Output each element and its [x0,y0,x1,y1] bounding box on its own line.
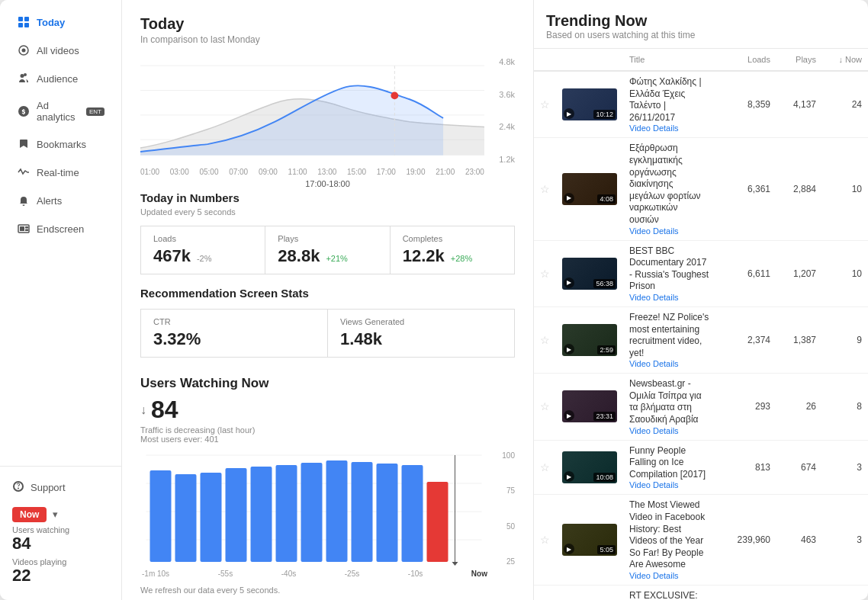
star-cell[interactable]: ☆ [534,495,556,586]
ent-badge: ENT [86,107,104,116]
thumbnail[interactable]: 2:59 ▶ [562,324,617,356]
star-cell[interactable]: ☆ [534,240,556,306]
loads-value: 467k [153,246,191,266]
bar-chart-x-labels: -1m 10s -55s -40s -25s -10s Now [140,570,515,578]
sidebar-label-today: Today [37,17,65,28]
main-content: Today In comparison to last Monday 4.8k … [122,0,868,600]
trending-table-header: Title Loads Plays ↓ Now [534,49,868,71]
now-dropdown-arrow[interactable]: ▾ [53,509,58,520]
rec-views: Views Generated 1.48k [328,309,515,358]
title-cell: Φώτης Χαλκίδης | Ελλάδα Έχεις Ταλέντο | … [623,71,715,138]
video-duration: 4:08 [597,194,616,204]
chart-y-labels: 4.8k 3.6k 2.4k 1.2k [487,57,515,164]
metric-loads: Loads 467k -2% [140,226,265,274]
dollar-icon [17,104,31,118]
thumbnail[interactable]: 10:12 ▶ [562,88,617,120]
table-row: ☆ 8:54 ▶ RT EXCLUSIVE: Inside 'Black Dol… [534,586,868,601]
plays-cell: 26 [776,374,822,440]
now-badge[interactable]: Now [12,507,47,522]
svg-point-5 [22,49,26,53]
trending-title: Trending Now [546,12,856,30]
video-duration: 10:08 [593,473,616,482]
svg-rect-9 [25,229,28,232]
refresh-note: We refresh our data every 5 seconds. [140,586,515,595]
video-details-link[interactable]: Video Details [629,226,709,236]
play-icon[interactable]: ▶ [564,471,574,482]
loads-cell: 293 [715,374,776,440]
trending-table: Title Loads Plays ↓ Now ☆ 10:12 ▶ Φώτης … [534,49,868,600]
star-cell[interactable]: ☆ [534,440,556,495]
play-icon[interactable]: ▶ [564,278,574,288]
thumb-cell: 10:08 ▶ [556,440,623,495]
sidebar-item-audience[interactable]: Audience [5,65,117,92]
svg-rect-29 [377,464,398,562]
sidebar-item-alerts[interactable]: Alerts [5,187,117,214]
sidebar-label-alerts: Alerts [37,195,62,207]
col-plays: Plays [776,49,822,71]
star-cell[interactable]: ☆ [534,71,556,138]
people-icon [17,72,31,85]
video-title: Εξάρθρωση εγκληματικής οργάνωσης διακίνη… [629,143,709,226]
loads-cell: 813 [715,440,776,495]
thumbnail[interactable]: 5:05 ▶ [562,524,617,556]
now-row: Now ▾ [12,507,109,522]
svg-point-15 [391,91,398,99]
views-label: Views Generated [340,317,502,326]
thumbnail[interactable]: 23:31 ▶ [562,390,617,422]
svg-rect-28 [352,462,373,562]
sidebar-item-support[interactable]: Support [12,474,109,501]
thumb-cell: 8:54 ▶ [556,586,623,601]
video-title: BEST BBC Documentary 2017 - Russia's Tou… [629,245,709,293]
activity-icon [17,165,31,179]
svg-rect-31 [427,482,448,562]
now-cell: 8 [822,374,868,440]
video-details-link[interactable]: Video Details [629,124,709,133]
play-icon[interactable]: ▶ [564,193,574,204]
rec-ctr: CTR 3.32% [140,309,328,358]
thumbnail[interactable]: 10:08 ▶ [562,451,617,483]
star-cell[interactable]: ☆ [534,138,556,240]
video-details-link[interactable]: Video Details [629,571,709,580]
video-details-link[interactable]: Video Details [629,426,709,435]
play-icon[interactable]: ▶ [564,344,574,355]
sidebar-item-today[interactable]: Today [5,8,117,36]
plays-cell: 4,137 [776,71,822,138]
line-chart: 4.8k 3.6k 2.4k 1.2k [140,57,515,179]
sidebar-item-real-time[interactable]: Real-time [5,159,117,186]
sidebar-item-all-videos[interactable]: All videos [5,37,117,64]
completes-label: Completes [403,234,502,243]
support-label: Support [31,482,66,493]
numbers-row: Loads 467k -2% Plays 28.8k +21% [140,226,515,274]
svg-rect-27 [326,460,348,562]
users-watching-section: Users Watching Now ↓ 84 Traffic is decre… [140,376,515,595]
sidebar-item-bookmarks[interactable]: Bookmarks [5,130,117,158]
videos-count: 22 [12,566,109,585]
thumb-cell: 5:05 ▶ [556,495,623,586]
sidebar-item-ad-analytics[interactable]: Ad analytics ENT [5,93,117,130]
thumbnail[interactable]: 4:08 ▶ [562,173,617,205]
chart-x-labels: 01:00 03:00 05:00 07:00 09:00 11:00 13:0… [140,168,515,176]
title-cell: RT EXCLUSIVE: Inside 'Black Dolphin' hig… [623,586,715,601]
sidebar-label-endscreen: Endscreen [37,223,84,235]
video-details-link[interactable]: Video Details [629,359,709,368]
plays-cell: 1,387 [776,306,822,373]
sidebar-nav: Today All videos Audience [0,8,121,466]
svg-rect-1 [24,17,29,21]
video-duration: 56:38 [593,279,616,288]
svg-rect-21 [175,474,197,562]
loads-change: -2% [197,254,212,263]
video-details-link[interactable]: Video Details [629,293,709,302]
table-row: ☆ 5:05 ▶ The Most Viewed Video in Facebo… [534,495,868,586]
thumb-cell: 2:59 ▶ [556,306,623,373]
video-details-link[interactable]: Video Details [629,480,709,489]
sidebar: Today All videos Audience [0,0,122,600]
now-cell: 3 [822,495,868,586]
svg-rect-0 [18,17,23,21]
sidebar-item-endscreen[interactable]: Endscreen [5,215,117,242]
thumb-cell: 23:31 ▶ [556,374,623,440]
today-section: Today In comparison to last Monday 4.8k … [140,15,515,358]
star-cell[interactable]: ☆ [534,586,556,601]
star-cell[interactable]: ☆ [534,374,556,440]
thumbnail[interactable]: 56:38 ▶ [562,258,617,290]
star-cell[interactable]: ☆ [534,306,556,373]
